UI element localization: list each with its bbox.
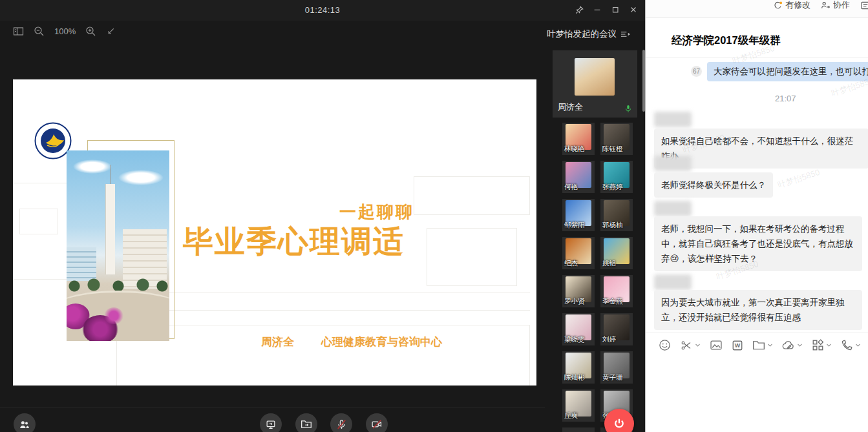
minimize-button[interactable]: [589, 1, 605, 18]
participant-list-menu-icon[interactable]: [620, 30, 631, 38]
camera-off-button[interactable]: [366, 413, 388, 432]
members-button[interactable]: [14, 413, 36, 432]
participant-name: 纪杰: [564, 259, 578, 268]
svg-text:W: W: [735, 342, 741, 349]
chevron-down-icon: [826, 343, 832, 347]
share-screen-button[interactable]: [260, 413, 282, 432]
word-doc-button[interactable]: W: [732, 340, 743, 351]
participant-tile[interactable]: 罗小贤: [562, 275, 595, 307]
participant-name: 邹紫阳: [564, 221, 585, 230]
sender-avatar-blurred[interactable]: [654, 156, 692, 171]
sketch-wall: [168, 293, 530, 311]
shared-screen-stage: 一起聊聊 毕业季心理调适 周济全 心理健康教育与咨询中心: [0, 41, 545, 407]
share-file-button[interactable]: [295, 413, 317, 432]
screenshot-button[interactable]: [680, 340, 701, 351]
participant-tile[interactable]: 张燕婷: [600, 161, 633, 193]
participant-tile[interactable]: [562, 427, 595, 432]
participants-grid: 林晓艳 陈钰橙 何艳 张燕婷 邹紫阳 郭杨柚 纪杰 姚铝 罗小贤 李金燕 梁晓雯…: [562, 123, 633, 432]
participant-tile[interactable]: 丘爽: [562, 389, 595, 422]
word-doc-icon: W: [732, 340, 743, 351]
participant-tile[interactable]: 何艳: [562, 161, 595, 193]
apps-button[interactable]: [812, 339, 832, 351]
screen: 01:24:13: [0, 0, 868, 432]
sender-avatar-blurred[interactable]: [654, 274, 692, 290]
incoming-message-bubble: 老师，我想问一下，如果在考研考公的备考过程中，就算自己疯狂备考了也还是没底气，有…: [654, 216, 862, 271]
participant-tile[interactable]: 梁晓雯: [562, 313, 595, 345]
message-timestamp: 21:07: [775, 94, 796, 103]
message-input[interactable]: [646, 357, 868, 432]
collaborate-label: 协作: [833, 0, 850, 11]
chevron-down-icon: [855, 343, 861, 347]
slide-presenter: 周济全: [261, 334, 294, 349]
cloud-doc-button[interactable]: [782, 340, 803, 351]
participant-tile[interactable]: 林晓艳: [562, 123, 595, 155]
participant-name: 丘爽: [564, 411, 578, 420]
meeting-timer: 01:24:13: [0, 5, 645, 15]
message-list: 67 大家待会可以把问题发在这里，也可以打开 21:07 如果觉得自己啥都不会，…: [646, 57, 868, 333]
presentation-slide: 一起聊聊 毕业季心理调适 周济全 心理健康教育与咨询中心: [13, 79, 536, 386]
cloud-doc-icon: [782, 340, 795, 351]
participant-tile[interactable]: 纪杰: [562, 237, 595, 269]
active-speaker-tile[interactable]: 周济全: [553, 50, 637, 118]
chevron-down-icon: [797, 343, 803, 347]
participant-tile[interactable]: 姚铝: [600, 237, 633, 269]
more-tools-button[interactable]: [860, 1, 868, 10]
participant-name: 梁晓雯: [564, 335, 585, 344]
sketch-detail: [19, 209, 58, 234]
image-button[interactable]: [710, 340, 723, 351]
participant-tile[interactable]: 李金燕: [600, 275, 633, 307]
chat-group-title: 经济学院2017级年级群: [672, 34, 781, 48]
pin-icon[interactable]: [571, 1, 587, 18]
slide-byline: 周济全 心理健康教育与咨询中心: [261, 334, 442, 349]
participant-name: 陈灿彬: [564, 373, 585, 382]
meeting-panel-title: 叶梦怡发起的会议: [547, 28, 617, 40]
image-icon: [710, 340, 723, 351]
sync-icon: [773, 1, 783, 10]
modified-label: 有修改: [785, 0, 810, 11]
participant-name: 姚铝: [602, 259, 616, 268]
chat-window: 有修改 协作 经济学院2017级年级群 67 大家待会可以把问题发在这里，也可以…: [645, 0, 868, 432]
outgoing-message-bubble: 大家待会可以把问题发在这里，也可以打开: [707, 62, 868, 81]
mic-muted-button[interactable]: [330, 413, 352, 432]
file-button[interactable]: [752, 340, 773, 351]
sidebar-toggle-icon[interactable]: [13, 26, 24, 36]
participant-name: 郭杨柚: [602, 221, 623, 230]
zoom-level: 100%: [54, 26, 76, 36]
emoji-button[interactable]: [659, 339, 671, 351]
fit-screen-icon[interactable]: [106, 26, 116, 36]
view-toolbar: 100%: [0, 21, 116, 41]
scissors-icon: [680, 340, 693, 351]
sender-avatar-blurred[interactable]: [654, 112, 692, 127]
clipped-tool-icon: [860, 1, 868, 10]
participant-name: 李金燕: [602, 297, 623, 306]
zoom-out-icon[interactable]: [34, 26, 45, 37]
participant-tile[interactable]: 刘婷: [600, 313, 633, 345]
participant-tile[interactable]: 陈钰橙: [600, 123, 633, 155]
slide-subtitle: 一起聊聊: [339, 201, 414, 223]
call-button[interactable]: [841, 339, 861, 351]
campus-photo: [67, 150, 169, 341]
emoji-icon: [659, 339, 671, 351]
modified-button[interactable]: 有修改: [773, 0, 810, 11]
folder-icon: [752, 340, 765, 351]
participant-name: 罗小贤: [564, 297, 585, 306]
close-button[interactable]: [626, 1, 641, 18]
mic-on-icon: [624, 104, 632, 114]
sender-avatar-blurred[interactable]: [654, 201, 692, 216]
chat-top-toolbar: 有修改 协作: [646, 0, 868, 18]
participant-tile[interactable]: 郭杨柚: [600, 199, 633, 231]
participant-tile[interactable]: 黄子珊: [600, 351, 633, 384]
meeting-bottom-toolbar: [0, 407, 545, 432]
meeting-window: 01:24:13: [0, 0, 645, 432]
phone-icon: [841, 339, 853, 351]
collaborate-button[interactable]: 协作: [821, 0, 850, 11]
zoom-in-icon[interactable]: [85, 26, 96, 37]
speaker-name: 周济全: [558, 101, 583, 113]
participant-tile[interactable]: 陈灿彬: [562, 351, 595, 384]
avatar: [575, 58, 615, 96]
participant-tile[interactable]: 邹紫阳: [562, 199, 595, 231]
meeting-panel-header[interactable]: 叶梦怡发起的会议: [547, 28, 631, 40]
maximize-button[interactable]: [608, 1, 623, 18]
window-controls: [571, 1, 641, 18]
chat-input-toolbar: W LIVE: [646, 333, 868, 357]
